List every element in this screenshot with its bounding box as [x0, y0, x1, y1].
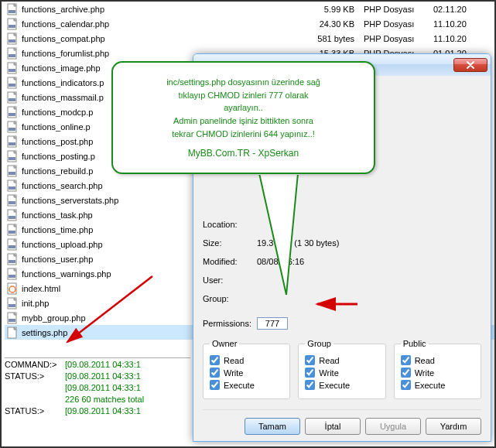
public-group: Public Read Write Execute — [394, 339, 481, 399]
svg-rect-37 — [9, 275, 15, 278]
svg-rect-43 — [9, 319, 15, 322]
group-execute-checkbox[interactable] — [305, 380, 315, 390]
file-name: functions_indicators.p — [22, 78, 104, 87]
log-label — [5, 383, 65, 395]
svg-rect-19 — [9, 142, 15, 145]
svg-rect-1 — [9, 10, 15, 13]
bubble-line: inc/settings.php dosyasının üzerinde sağ — [166, 77, 320, 88]
file-name: functions_search.php — [22, 181, 103, 190]
instruction-bubble: inc/settings.php dosyasının üzerinde sağ… — [111, 61, 375, 174]
public-execute-checkbox[interactable] — [401, 380, 411, 390]
public-legend: Public — [401, 339, 429, 348]
ftp-log: COMMAND:>[09.08.2011 04:33:1STATUS:>[09.… — [5, 357, 190, 416]
php-file-icon — [6, 91, 19, 104]
file-size: 581 bytes — [306, 34, 361, 43]
svg-rect-7 — [9, 54, 15, 57]
file-name: functions_posting.p — [22, 152, 95, 161]
file-row[interactable]: functions_compat.php581 bytesPHP Dosyası… — [5, 31, 494, 46]
cancel-button[interactable]: İptal — [305, 418, 361, 435]
svg-rect-21 — [9, 157, 15, 160]
close-button[interactable] — [453, 58, 487, 72]
help-button[interactable]: Yardım — [426, 418, 481, 435]
svg-rect-29 — [9, 216, 15, 219]
file-name: init.php — [22, 299, 49, 308]
public-write-row[interactable]: Write — [401, 368, 474, 378]
log-label: COMMAND:> — [5, 360, 65, 371]
bubble-line: Admin panelinde işiniz bittikten sonra — [173, 115, 313, 127]
php-file-icon — [6, 268, 19, 280]
owner-write-checkbox[interactable] — [210, 368, 220, 378]
file-name: functions_warnings.php — [22, 269, 111, 279]
user-label: User: — [203, 275, 257, 285]
size-value: 19.37 KB (1 30 bytes) — [257, 238, 339, 248]
php-file-icon — [6, 224, 19, 236]
owner-read-row[interactable]: Read — [210, 355, 283, 365]
file-name: functions_upload.php — [22, 240, 103, 249]
file-name: functions_post.php — [22, 137, 93, 146]
log-content: [09.08.2011 04:33:1 — [65, 406, 141, 416]
file-date: 11.10.20 — [430, 34, 492, 43]
owner-execute-row[interactable]: Execute — [210, 380, 283, 390]
php-file-icon — [6, 135, 19, 148]
svg-rect-3 — [9, 25, 15, 28]
owner-read-checkbox[interactable] — [210, 355, 220, 365]
file-name: functions_forumlist.php — [22, 49, 109, 58]
php-file-icon — [6, 297, 19, 309]
php-file-icon — [6, 47, 19, 60]
group-read-row[interactable]: Read — [305, 355, 378, 365]
bubble-line: tıklayıp CHMOD izinleri 777 olarak — [178, 90, 308, 101]
bubble-line: ayarlayın.. — [224, 102, 263, 114]
svg-rect-5 — [9, 39, 15, 43]
php-file-icon — [6, 238, 19, 251]
svg-rect-13 — [9, 98, 15, 101]
svg-rect-9 — [9, 69, 15, 72]
ok-button[interactable]: Tamam — [245, 418, 300, 435]
file-name: functions_archive.php — [22, 5, 104, 14]
file-row[interactable]: functions_archive.php5.99 KBPHP Dosyası0… — [5, 2, 494, 16]
file-name: functions_compat.php — [22, 34, 105, 43]
location-label: Location: — [203, 220, 257, 229]
public-read-checkbox[interactable] — [401, 355, 411, 365]
file-type: PHP Dosyası — [361, 19, 430, 29]
php-file-icon — [6, 106, 19, 118]
group-write-checkbox[interactable] — [305, 368, 315, 378]
log-label — [5, 395, 65, 406]
permissions-label: Permissions: — [203, 319, 257, 328]
svg-rect-27 — [9, 201, 15, 204]
file-name: functions_time.php — [22, 225, 93, 234]
public-read-row[interactable]: Read — [401, 355, 474, 365]
file-row[interactable]: functions_calendar.php24.30 KBPHP Dosyas… — [5, 16, 494, 31]
group-read-checkbox[interactable] — [305, 355, 315, 365]
file-type: PHP Dosyası — [361, 34, 430, 43]
svg-rect-17 — [9, 128, 15, 131]
permissions-input[interactable] — [257, 317, 288, 330]
svg-rect-25 — [9, 186, 15, 190]
permission-groups: Owner Read Write Execute Group Read Writ… — [203, 339, 481, 399]
php-file-icon — [6, 62, 19, 74]
group-group: Group Read Write Execute — [298, 339, 385, 399]
file-name: functions_modcp.p — [22, 108, 93, 117]
file-name: functions_rebuild.p — [22, 166, 93, 176]
dialog-buttons: Tamam İptal Uygula Yardım — [203, 409, 481, 435]
public-execute-row[interactable]: Execute — [401, 380, 474, 390]
bubble-line: tekrar CHMOD izinlerini 644 yapınız..! — [172, 128, 315, 140]
php-file-icon — [6, 194, 19, 207]
log-line: 226 60 matches total — [5, 395, 190, 406]
svg-rect-31 — [9, 231, 15, 234]
php-file-icon — [6, 253, 19, 265]
file-name: functions_calendar.php — [22, 19, 109, 29]
owner-execute-checkbox[interactable] — [210, 380, 220, 390]
public-write-checkbox[interactable] — [401, 368, 411, 378]
apply-button[interactable]: Uygula — [365, 418, 421, 435]
group-execute-row[interactable]: Execute — [305, 380, 378, 390]
file-name: functions_massmail.p — [22, 93, 104, 102]
size-label: Size: — [203, 238, 257, 248]
group-label: Group: — [203, 294, 257, 303]
owner-write-row[interactable]: Write — [210, 368, 283, 378]
file-name: functions_serverstats.php — [22, 196, 118, 205]
file-name: functions_image.php — [22, 63, 101, 73]
log-line: STATUS:>[09.08.2011 04:33:1 — [5, 371, 190, 383]
group-write-row[interactable]: Write — [305, 368, 378, 378]
svg-rect-33 — [9, 245, 15, 248]
log-content: [09.08.2011 04:33:1 — [65, 360, 141, 371]
